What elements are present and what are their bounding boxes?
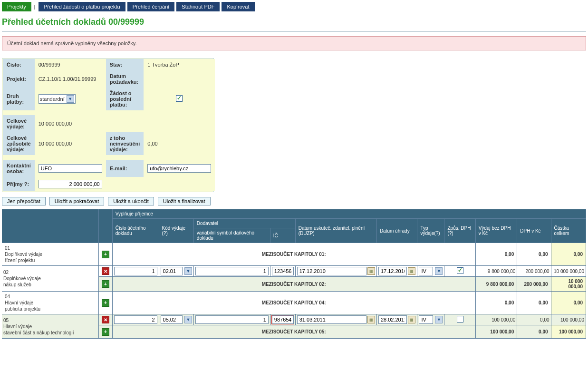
subtotal-label: MEZISOUČET KAPITOLY 05:: [112, 325, 475, 339]
col-typ-vydaje: Typ výdaje(?): [417, 219, 444, 243]
col-vyplnuje: Vyplňuje příjemce: [112, 209, 586, 219]
nav-prehled-cerpani-button[interactable]: Přehled čerpání: [127, 2, 175, 11]
sum-celk: 0,00: [551, 292, 586, 314]
prepocitat-button[interactable]: Jen přepočítat: [2, 197, 46, 205]
celkove-zpusobile-label: Celkové způsobilé výdaje:: [3, 132, 35, 155]
chevron-down-icon: ▼: [435, 316, 443, 323]
sum-celk: 100 000,00: [551, 325, 586, 339]
sum-celk: 10 000 000,00: [551, 277, 586, 292]
zadost-posledni-checkbox[interactable]: [176, 95, 183, 102]
top-nav: Projekty | Přehled žádostí o platbu proj…: [2, 2, 586, 11]
zpus-dph-checkbox[interactable]: [457, 316, 463, 322]
email-label: E-mail:: [106, 160, 144, 177]
ulozit-ukoncit-button[interactable]: Uložit a ukončit: [108, 197, 154, 205]
delete-row-button[interactable]: ✕: [102, 267, 109, 275]
datum-uhrady-input[interactable]: [378, 315, 407, 324]
col-dph: DPH v Kč: [517, 219, 551, 243]
kontaktni-input[interactable]: [39, 164, 102, 173]
cislo-value: 00/99999: [35, 59, 106, 70]
col-zpus-dph: Způs. DPH (?): [444, 219, 475, 243]
cislo-dokladu-input[interactable]: [114, 315, 157, 324]
chevron-down-icon: ▼: [184, 316, 192, 323]
z-toho-label: z toho neinvestiční výdaje:: [106, 132, 144, 155]
stav-value: 1 Tvorba ŽoP: [144, 59, 215, 70]
doklady-table: Vyplňuje příjemce Číslo účetního dokladu…: [2, 209, 586, 339]
datum-pozadavku-value: [144, 70, 215, 88]
chevron-down-icon: ▼: [67, 95, 74, 103]
nav-stahnout-pdf-button[interactable]: Stáhnout PDF: [176, 2, 220, 11]
druh-platby-label: Druh platby:: [3, 88, 35, 110]
duzp-input[interactable]: [297, 315, 366, 324]
action-buttons: Jen přepočítat Uložit a pokračovat Uloži…: [2, 197, 586, 205]
projekt-label: Projekt:: [3, 70, 35, 88]
calendar-icon[interactable]: ▦: [367, 316, 375, 323]
subtotal-label: MEZISOUČET KAPITOLY 02:: [112, 277, 475, 292]
zadost-posledni-label: Žádost o poslední platbu:: [106, 88, 144, 110]
dph-value: 0,00: [517, 314, 551, 325]
chevron-down-icon: ▼: [435, 267, 443, 275]
ulozit-pokracovat-button[interactable]: Uložit a pokračovat: [49, 197, 105, 205]
kod-vydaje-select[interactable]: [161, 267, 183, 275]
stav-label: Stav:: [106, 59, 144, 70]
calendar-icon[interactable]: ▦: [408, 316, 415, 323]
bez-dph-value: 9 800 000,00: [475, 266, 517, 277]
add-row-button[interactable]: +: [102, 328, 109, 336]
col-vydaj-bez-dph: Výdaj bez DPH v Kč: [475, 219, 517, 243]
chapter-label: 05 Hlavní výdaje stavební část a nákup t…: [2, 314, 99, 339]
col-dodavatel: Dodavatel: [193, 219, 295, 228]
bez-dph-value: 100 000,00: [475, 314, 517, 325]
sum-dph: 0,00: [517, 243, 551, 266]
side-header: [2, 209, 99, 243]
sum-bez: 0,00: [475, 243, 517, 266]
ic-input[interactable]: [272, 267, 294, 275]
add-row-button[interactable]: +: [102, 251, 109, 258]
chapter-label: 04 Hlavní výdaje publicita projektu: [2, 292, 99, 314]
datum-uhrady-input[interactable]: [378, 267, 407, 275]
ic-input[interactable]: [272, 315, 294, 324]
col-ic: IČ: [270, 228, 295, 243]
datum-pozadavku-label: Datum požadavku:: [106, 70, 144, 88]
druh-platby-select[interactable]: standardní▼: [39, 94, 76, 104]
duzp-input[interactable]: [297, 267, 366, 275]
sum-dph: 200 000,00: [517, 277, 551, 292]
var-symbol-input[interactable]: [195, 315, 269, 324]
prijmy-label: Příjmy ?:: [3, 177, 35, 191]
col-duzp: Datum uskuteč. zdanitel. plnění (DUZP): [295, 219, 376, 243]
celkove-vydaje-label: Celkové výdaje:: [3, 115, 35, 132]
divider: [2, 31, 586, 31]
col-cislo-dokladu: Číslo účetního dokladu: [112, 219, 159, 243]
nav-prehled-zadosti-button[interactable]: Přehled žádostí o platbu projektu: [39, 2, 125, 11]
zpus-dph-checkbox[interactable]: [457, 267, 463, 274]
prijmy-input[interactable]: [39, 180, 102, 188]
nav-projekty-button[interactable]: Projekty: [2, 2, 31, 11]
nav-separator: |: [33, 4, 37, 10]
var-symbol-input[interactable]: [195, 267, 269, 275]
col-kod-vydaje: Kód výdaje (?): [159, 219, 193, 243]
celkem-value: 10 000 000,00: [551, 266, 586, 277]
email-input[interactable]: [147, 164, 211, 173]
sum-bez: 100 000,00: [475, 325, 517, 339]
kontaktni-label: Kontaktní osoba:: [3, 160, 35, 177]
nav-kopirovat-button[interactable]: Kopírovat: [222, 2, 254, 11]
ulozit-finalizovat-button[interactable]: Uložit a finalizovat: [158, 197, 211, 205]
calendar-icon[interactable]: ▦: [367, 267, 375, 275]
add-row-button[interactable]: +: [102, 299, 109, 307]
typ-vydaje-select[interactable]: [419, 315, 433, 324]
calendar-icon[interactable]: ▦: [408, 267, 415, 275]
sum-bez: 9 800 000,00: [475, 277, 517, 292]
col-var-symbol: variabilní symbol daňového dokladu: [193, 228, 270, 243]
add-row-button[interactable]: +: [102, 280, 109, 288]
kod-vydaje-select[interactable]: [161, 315, 183, 324]
chapter-label: 02 Doplňkové výdaje nákup služeb: [2, 266, 99, 292]
cislo-dokladu-input[interactable]: [114, 267, 157, 275]
col-celkem: Částka celkem: [551, 219, 586, 243]
typ-vydaje-select[interactable]: [419, 267, 433, 275]
projekt-value: CZ.1.10/1.1.00/01.99999: [35, 70, 106, 88]
info-panel: Číslo: 00/99999 Stav: 1 Tvorba ŽoP Proje…: [2, 58, 214, 192]
col-datum-uhrady: Datum úhrady: [376, 219, 417, 243]
cislo-label: Číslo:: [3, 59, 35, 70]
subtotal-label: MEZISOUČET KAPITOLY 04:: [112, 292, 475, 314]
delete-row-button[interactable]: ✕: [102, 316, 109, 323]
celkem-value: 100 000,00: [551, 314, 586, 325]
z-toho-value: 0,00: [144, 132, 215, 155]
